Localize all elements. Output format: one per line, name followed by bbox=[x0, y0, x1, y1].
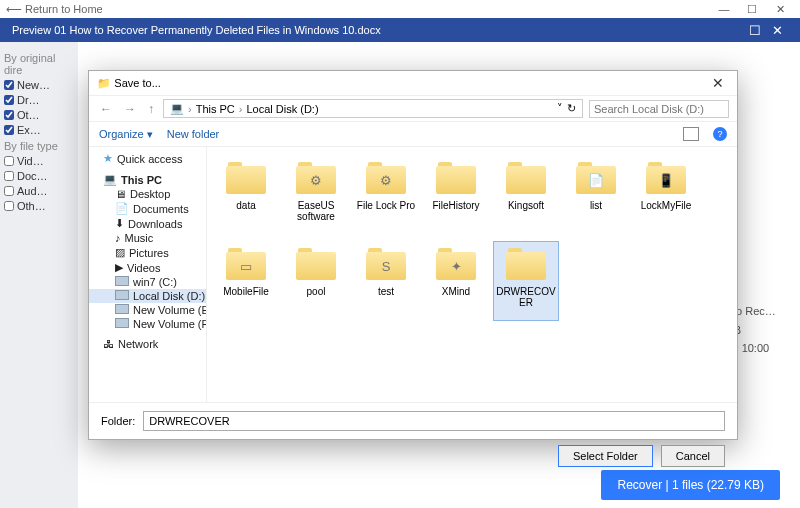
filter-group-original: By original dire bbox=[4, 52, 74, 76]
folder-name-input[interactable] bbox=[143, 411, 725, 431]
tree-this-pc[interactable]: 💻This PC bbox=[89, 172, 206, 187]
return-home-link[interactable]: ⟵ Return to Home bbox=[6, 3, 103, 16]
cancel-button[interactable]: Cancel bbox=[661, 445, 725, 467]
minimize-button[interactable]: — bbox=[710, 3, 738, 15]
filter-item[interactable]: New… bbox=[4, 79, 74, 91]
folder-label: File Lock Pro bbox=[354, 200, 418, 211]
preview-titlebar: Preview 01 How to Recover Permanently De… bbox=[0, 18, 800, 42]
tree-videos[interactable]: ▶Videos bbox=[89, 260, 206, 275]
filter-checkbox[interactable] bbox=[4, 110, 14, 120]
filter-item[interactable]: Aud… bbox=[4, 185, 74, 197]
folder-icon: S bbox=[364, 244, 408, 282]
folder-icon: 📄 bbox=[574, 158, 618, 196]
folder-icon bbox=[504, 244, 548, 282]
folder-icon: ✦ bbox=[434, 244, 478, 282]
tree-pictures[interactable]: ▨Pictures bbox=[89, 245, 206, 260]
tree-documents[interactable]: 📄Documents bbox=[89, 201, 206, 216]
nav-up-icon[interactable]: ↑ bbox=[145, 102, 157, 116]
filter-checkbox[interactable] bbox=[4, 171, 14, 181]
filter-item[interactable]: Ot… bbox=[4, 109, 74, 121]
folder-icon bbox=[504, 158, 548, 196]
nav-back-icon[interactable]: ← bbox=[97, 102, 115, 116]
tree-drive-c[interactable]: win7 (C:) bbox=[89, 275, 206, 289]
filter-item[interactable]: Ex… bbox=[4, 124, 74, 136]
folder-icon bbox=[294, 244, 338, 282]
breadcrumb-item[interactable]: Local Disk (D:) bbox=[246, 103, 318, 115]
nav-forward-icon[interactable]: → bbox=[121, 102, 139, 116]
folder-label: XMind bbox=[424, 286, 488, 297]
folder-item[interactable]: 📄list bbox=[563, 155, 629, 235]
folder-item[interactable]: data bbox=[213, 155, 279, 235]
folder-icon: ⚙ bbox=[294, 158, 338, 196]
filter-checkbox[interactable] bbox=[4, 186, 14, 196]
folder-label: LockMyFile bbox=[634, 200, 698, 211]
folder-label: DRWRECOVER bbox=[494, 286, 558, 308]
select-folder-button[interactable]: Select Folder bbox=[558, 445, 653, 467]
folder-label: test bbox=[354, 286, 418, 297]
nav-tree: ★Quick access 💻This PC 🖥Desktop 📄Documen… bbox=[89, 147, 207, 402]
folder-item[interactable]: Stest bbox=[353, 241, 419, 321]
breadcrumb-item[interactable]: This PC bbox=[196, 103, 235, 115]
app-titlebar: ⟵ Return to Home — ☐ ✕ bbox=[0, 0, 800, 18]
folder-label: FileHistory bbox=[424, 200, 488, 211]
folder-icon: ▭ bbox=[224, 244, 268, 282]
filter-checkbox[interactable] bbox=[4, 156, 14, 166]
maximize-button[interactable]: ☐ bbox=[738, 3, 766, 16]
folder-item[interactable]: DRWRECOVER bbox=[493, 241, 559, 321]
help-icon[interactable]: ? bbox=[713, 127, 727, 141]
filter-item[interactable]: Doc… bbox=[4, 170, 74, 182]
folder-icon: 📁 bbox=[97, 77, 111, 90]
folder-item[interactable]: FileHistory bbox=[423, 155, 489, 235]
folder-item[interactable]: ▭MobileFile bbox=[213, 241, 279, 321]
tree-network[interactable]: 🖧Network bbox=[89, 337, 206, 351]
folder-grid: data⚙EaseUS software⚙File Lock ProFileHi… bbox=[207, 147, 737, 402]
folder-item[interactable]: Kingsoft bbox=[493, 155, 559, 235]
close-button[interactable]: ✕ bbox=[766, 3, 794, 16]
chevron-down-icon[interactable]: ˅ bbox=[557, 102, 563, 115]
tree-downloads[interactable]: ⬇Downloads bbox=[89, 216, 206, 231]
folder-item[interactable]: pool bbox=[283, 241, 349, 321]
breadcrumb[interactable]: 💻 › This PC › Local Disk (D:) ˅ ↻ bbox=[163, 99, 583, 118]
search-input[interactable] bbox=[589, 100, 729, 118]
preview-maximize-icon[interactable]: ☐ bbox=[744, 23, 766, 38]
folder-label: list bbox=[564, 200, 628, 211]
preview-close-icon[interactable]: ✕ bbox=[766, 23, 788, 38]
filter-checkbox[interactable] bbox=[4, 80, 14, 90]
dialog-title: Save to... bbox=[114, 77, 160, 89]
filter-item[interactable]: Vid… bbox=[4, 155, 74, 167]
pc-icon: 💻 bbox=[170, 102, 184, 115]
filter-item[interactable]: Oth… bbox=[4, 200, 74, 212]
filter-checkbox[interactable] bbox=[4, 201, 14, 211]
dialog-close-button[interactable]: ✕ bbox=[707, 75, 729, 91]
save-to-dialog: 📁 Save to... ✕ ← → ↑ 💻 › This PC › Local… bbox=[88, 70, 738, 440]
folder-item[interactable]: 📱LockMyFile bbox=[633, 155, 699, 235]
tree-drive-d[interactable]: Local Disk (D:) bbox=[89, 289, 206, 303]
folder-label: Kingsoft bbox=[494, 200, 558, 211]
folder-field-label: Folder: bbox=[101, 415, 135, 427]
refresh-icon[interactable]: ↻ bbox=[567, 102, 576, 115]
tree-drive-f[interactable]: New Volume (F:) bbox=[89, 317, 206, 331]
preview-title: Preview 01 How to Recover Permanently De… bbox=[12, 24, 381, 36]
folder-item[interactable]: ⚙EaseUS software bbox=[283, 155, 349, 235]
view-mode-icon[interactable] bbox=[683, 127, 699, 141]
filter-checkbox[interactable] bbox=[4, 125, 14, 135]
folder-icon bbox=[434, 158, 478, 196]
folder-label: pool bbox=[284, 286, 348, 297]
folder-label: EaseUS software bbox=[284, 200, 348, 222]
tree-desktop[interactable]: 🖥Desktop bbox=[89, 187, 206, 201]
folder-item[interactable]: ✦XMind bbox=[423, 241, 489, 321]
filter-item[interactable]: Dr… bbox=[4, 94, 74, 106]
tree-music[interactable]: ♪Music bbox=[89, 231, 206, 245]
filter-group-type: By file type bbox=[4, 140, 74, 152]
folder-label: data bbox=[214, 200, 278, 211]
folder-icon: ⚙ bbox=[364, 158, 408, 196]
filter-checkbox[interactable] bbox=[4, 95, 14, 105]
tree-drive-e[interactable]: New Volume (E:) bbox=[89, 303, 206, 317]
folder-icon bbox=[224, 158, 268, 196]
new-folder-button[interactable]: New folder bbox=[167, 128, 220, 140]
dialog-nav: ← → ↑ 💻 › This PC › Local Disk (D:) ˅ ↻ bbox=[89, 95, 737, 122]
tree-quick-access[interactable]: ★Quick access bbox=[89, 151, 206, 166]
dialog-toolbar: Organize ▾ New folder ? bbox=[89, 122, 737, 147]
folder-item[interactable]: ⚙File Lock Pro bbox=[353, 155, 419, 235]
organize-dropdown[interactable]: Organize ▾ bbox=[99, 128, 153, 141]
